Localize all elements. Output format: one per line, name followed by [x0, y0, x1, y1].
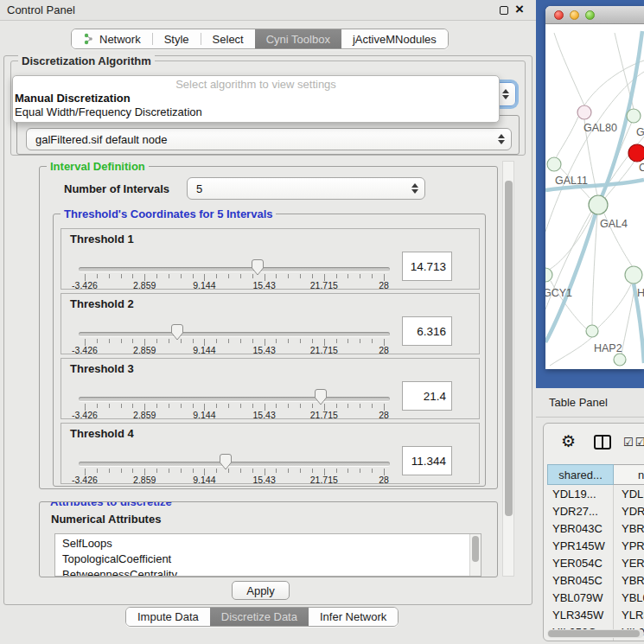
slider-thumb[interactable]	[220, 454, 232, 470]
close-traffic-light-icon[interactable]	[554, 10, 564, 20]
slider-tick-label: 9.144	[193, 410, 215, 420]
table-data-combo[interactable]: galFiltered.sif default node	[26, 128, 512, 150]
cell-shared-name: YBL079W	[547, 589, 614, 606]
column-header-name[interactable]: n	[614, 464, 644, 485]
table-row[interactable]: YBR043CYBR0	[547, 520, 644, 537]
network-node-label: H	[637, 287, 644, 299]
network-node[interactable]	[545, 268, 552, 282]
float-window-icon[interactable]	[500, 6, 508, 15]
tab-label: Network	[99, 33, 141, 46]
threshold-value-field[interactable]: 21.4	[402, 381, 452, 411]
network-node-label: HAP2	[594, 342, 622, 354]
table-panel-header: Table Panel	[536, 388, 644, 418]
dropdown-option[interactable]: Manual Discretization	[13, 92, 499, 105]
network-node[interactable]	[628, 144, 644, 162]
slider-tick	[336, 404, 337, 408]
tab-infer-network[interactable]: Infer Network	[309, 608, 398, 626]
panel-scrollbar[interactable]	[502, 161, 514, 577]
tab-label: Discretize Data	[221, 610, 297, 623]
apply-button-label: Apply	[246, 584, 275, 597]
attributes-scrollbar[interactable]	[469, 534, 481, 576]
table-row[interactable]: YDL19...YDL1	[547, 485, 644, 502]
tab-select[interactable]: Select	[201, 29, 255, 48]
slider-tick	[169, 274, 169, 278]
slider-tick-label: 15.43	[252, 475, 275, 485]
minimize-traffic-light-icon[interactable]	[570, 10, 579, 20]
slider-tick	[240, 404, 241, 408]
slider-tick-label: 28	[379, 280, 389, 290]
apply-button[interactable]: Apply	[232, 581, 290, 600]
dropdown-placeholder: Select algorithm to view settings	[13, 78, 499, 92]
split-columns-icon[interactable]	[594, 435, 611, 450]
network-node[interactable]	[586, 325, 598, 337]
threshold-value-field[interactable]: 14.713	[402, 252, 452, 281]
slider-tick	[228, 404, 229, 408]
network-node[interactable]	[589, 195, 608, 214]
zoom-traffic-light-icon[interactable]	[585, 10, 595, 20]
network-node[interactable]	[577, 105, 591, 119]
slider-tick	[97, 339, 98, 343]
threshold-value-field[interactable]: 11.344	[402, 446, 452, 475]
slider-tick	[193, 404, 194, 408]
node-attribute-table: shared... n YDL19...YDL1YDR27...YDR2YBR0…	[547, 464, 644, 641]
column-header-shared-name[interactable]: shared...	[547, 464, 614, 485]
attribute-list-item[interactable]: SelfLoops	[55, 536, 481, 552]
interval-definition-title: Interval Definition	[47, 160, 149, 173]
tab-discretize-data[interactable]: Discretize Data	[210, 608, 309, 626]
slider-tick	[109, 404, 110, 408]
close-icon[interactable]: ×	[515, 1, 524, 18]
tab-style[interactable]: Style	[153, 29, 201, 48]
slider-tick	[348, 404, 348, 408]
slider-tick	[181, 469, 182, 473]
slider-tick	[181, 339, 182, 343]
gear-icon[interactable]: ⚙	[561, 433, 576, 450]
num-intervals-value: 5	[196, 182, 202, 195]
slider-tick	[336, 469, 337, 473]
slider-tick-label: 21.715	[310, 280, 338, 290]
select-columns-icon[interactable]: ☑☑	[623, 436, 644, 449]
combo-stepper-icon	[502, 89, 509, 99]
table-row[interactable]: YDR27...YDR2	[547, 502, 644, 520]
table-row[interactable]: YBL079WYBL0	[547, 589, 644, 606]
table-row[interactable]: YER054CYER0	[547, 554, 644, 571]
slider-tick	[312, 469, 313, 473]
num-intervals-combo[interactable]: 5	[187, 177, 425, 200]
network-node[interactable]	[627, 109, 641, 123]
network-node[interactable]	[614, 354, 626, 366]
table-horizontal-scrollbar[interactable]	[547, 629, 644, 638]
cell-shared-name: YLR345W	[547, 606, 614, 623]
dropdown-option[interactable]: Equal Width/Frequency Discretization	[13, 105, 499, 119]
tab-impute-data[interactable]: Impute Data	[126, 608, 210, 626]
slider-tick	[216, 339, 217, 343]
slider-tick-label: 9.144	[193, 280, 215, 290]
tab-jactivemnodules[interactable]: jActiveMNodules	[341, 29, 448, 48]
slider-tick	[252, 339, 253, 343]
threshold-value-field[interactable]: 6.316	[402, 316, 452, 346]
threshold-panel: Threshold 2 -3.4262.8599.14415.4321.7152…	[61, 293, 480, 354]
slider-tick-label: 21.715	[310, 475, 338, 485]
tab-cyni-toolbox[interactable]: Cyni Toolbox	[255, 29, 341, 48]
slider-tick	[360, 404, 360, 408]
network-graph-canvas[interactable]: GAL80GCGAL11GAL4GCY1HHAP2	[545, 24, 644, 369]
table-row[interactable]: YLR345WYLR3	[547, 606, 644, 623]
slider-tick	[288, 274, 289, 278]
slider-thumb[interactable]	[171, 324, 183, 341]
attributes-list[interactable]: SelfLoopsTopologicalCoefficientBetweenne…	[54, 533, 481, 577]
slider-tick	[156, 469, 157, 473]
tab-network[interactable]: Network	[72, 29, 152, 48]
network-node[interactable]	[547, 157, 561, 171]
slider-tick	[288, 339, 289, 343]
control-panel-titlebar: Control Panel ×	[0, 0, 536, 21]
slider-tick	[312, 339, 313, 343]
network-node[interactable]	[625, 266, 642, 284]
thresholds-group: Threshold's Coordinates for 5 Intervals …	[53, 214, 486, 487]
slider-tick	[300, 469, 301, 473]
slider-thumb[interactable]	[315, 389, 327, 405]
attribute-list-item[interactable]: BetweennessCentrality	[55, 567, 481, 577]
attribute-list-item[interactable]: TopologicalCoefficient	[55, 552, 481, 567]
table-row[interactable]: YPR145WYPR1	[547, 537, 644, 554]
table-row[interactable]: YBR045CYBR0	[547, 571, 644, 589]
slider-thumb[interactable]	[252, 259, 264, 276]
table-data-combo-value: galFiltered.sif default node	[35, 133, 167, 146]
network-node-label: C	[639, 162, 644, 174]
